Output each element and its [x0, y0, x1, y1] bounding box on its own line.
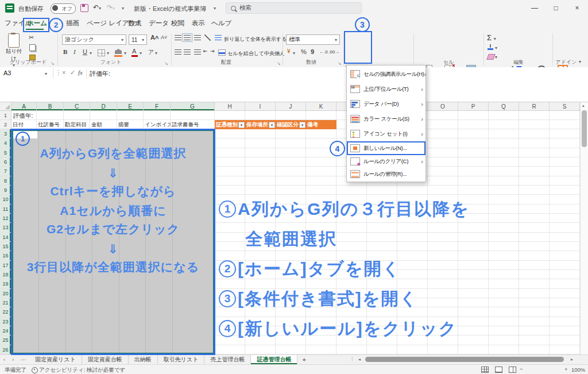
sheet-tab-固定資産リスト[interactable]: 固定資産リスト	[29, 355, 82, 364]
borders-caret-icon[interactable]: ▾	[107, 51, 109, 56]
row-header-9[interactable]: 9	[0, 186, 11, 195]
currency-icon[interactable]: ¥	[287, 48, 291, 55]
phonetic-caret-icon[interactable]: ▾	[155, 51, 157, 56]
sheet-next-icon[interactable]: ›	[9, 355, 17, 364]
cut-icon[interactable]: ✂	[29, 34, 34, 41]
column-header-S[interactable]: S	[550, 102, 580, 111]
menu-item-1[interactable]: セルの強調表示ルール(H)›	[347, 67, 425, 82]
column-title-F[interactable]: インボイス	[145, 120, 171, 129]
increase-font-icon[interactable]: A˄	[150, 34, 158, 41]
font-size-select[interactable]: 11▾	[129, 34, 147, 45]
row-header-3[interactable]: 3	[0, 129, 11, 138]
font-color-icon[interactable]: A	[132, 48, 136, 55]
row-header-16[interactable]: 16	[0, 251, 11, 260]
decrease-indent-icon[interactable]: ⇤	[203, 48, 208, 54]
percent-style-icon[interactable]: %	[301, 48, 307, 55]
row-header-26[interactable]: 26	[0, 345, 11, 354]
underline-caret-icon[interactable]: ▾	[90, 51, 92, 56]
ribbon-collapse-icon[interactable]: ▾	[579, 59, 581, 64]
column-title-E[interactable]: 摘要	[118, 120, 144, 129]
column-header-J[interactable]: J	[276, 102, 306, 111]
merge-center-icon[interactable]	[218, 49, 226, 56]
filter-header-K[interactable]: 備考	[306, 120, 336, 129]
zoom-out-button[interactable]: −	[520, 366, 523, 372]
search-input[interactable]: 検索	[226, 2, 362, 14]
autosum-icon[interactable]: Σ ▾	[487, 33, 496, 42]
name-box-caret-icon[interactable]: ▾	[45, 71, 47, 76]
filter-header-J[interactable]: 確認区分▾	[276, 120, 306, 129]
row-header-2[interactable]: 2	[0, 120, 11, 129]
comma-style-icon[interactable]: 9	[311, 48, 314, 55]
add-sheet-button[interactable]: +	[297, 355, 310, 364]
sheet-tab-出納帳[interactable]: 出納帳	[129, 355, 158, 364]
column-header-H[interactable]: H	[215, 102, 245, 111]
sheet-prev-icon[interactable]: ‹	[0, 355, 9, 364]
insert-function-icon[interactable]: fx	[78, 69, 83, 76]
filter-dropdown-icon[interactable]: ▾	[238, 122, 245, 128]
tab-draw[interactable]: 描画	[66, 19, 79, 28]
row-header-1[interactable]: 1	[0, 111, 11, 120]
align-right-icon[interactable]	[194, 49, 201, 55]
row-header-24[interactable]: 24	[0, 326, 11, 336]
merge-caret-icon[interactable]: ▾	[277, 51, 279, 56]
column-header-D[interactable]: D	[90, 102, 117, 111]
menu-item-8[interactable]: ルールの管理(R)...	[347, 168, 425, 180]
sheet-tab-売上管理台帳[interactable]: 売上管理台帳	[204, 355, 251, 364]
italic-button[interactable]: I	[74, 48, 76, 55]
sheet-tab-証憑管理台帳[interactable]: 証憑管理台帳	[251, 355, 297, 364]
column-header-Q[interactable]: Q	[489, 102, 519, 111]
number-format-select[interactable]: 標準▾	[286, 34, 340, 45]
enter-icon[interactable]: ✓	[70, 69, 75, 76]
tab-review[interactable]: 校閲	[171, 19, 184, 28]
hscroll-right-icon[interactable]: ▸	[571, 357, 573, 362]
menu-item-6[interactable]: 新しいルール(N)...	[347, 141, 425, 155]
scroll-up-icon[interactable]: ▴	[582, 103, 585, 108]
column-title-A[interactable]: 日付	[13, 120, 37, 129]
align-dialog-launcher-icon[interactable]: ↘	[277, 61, 281, 66]
cancel-icon[interactable]: ×	[62, 69, 65, 76]
undo-icon[interactable]: ↶▾	[93, 3, 101, 11]
clipboard-dialog-launcher-icon[interactable]: ↘	[51, 61, 55, 66]
tab-view[interactable]: 表示	[192, 19, 205, 28]
column-title-C[interactable]: 勘定科目	[65, 120, 90, 129]
tab-splitter-icon[interactable]: ⁞	[351, 356, 353, 362]
sheet-tab-固定資産台帳[interactable]: 固定資産台帳	[82, 355, 129, 364]
menu-item-4[interactable]: カラー スケール(S)›	[347, 111, 425, 126]
vertical-scroll-thumb[interactable]	[582, 110, 587, 147]
horizontal-scroll-thumb[interactable]	[365, 357, 564, 362]
select-all-corner[interactable]	[0, 102, 11, 111]
column-header-C[interactable]: C	[64, 102, 90, 111]
wrap-text-label[interactable]: 折り返して全体を表示する	[224, 36, 287, 43]
column-header-K[interactable]: K	[306, 102, 336, 111]
save-icon[interactable]	[80, 4, 88, 12]
fill-color-caret-icon[interactable]: ▾	[124, 51, 126, 56]
column-title-G[interactable]: 請求書番号	[172, 120, 215, 129]
row-header-19[interactable]: 19	[0, 279, 11, 288]
decrease-decimal-icon[interactable]: .00→	[328, 49, 339, 55]
row-header-14[interactable]: 14	[0, 233, 11, 242]
column-header-O[interactable]: O	[428, 102, 458, 111]
row-header-8[interactable]: 8	[0, 176, 11, 186]
row-header-4[interactable]: 4	[0, 138, 11, 148]
row-header-22[interactable]: 22	[0, 307, 11, 317]
row-header-21[interactable]: 21	[0, 298, 11, 307]
wrap-text-icon[interactable]	[215, 35, 222, 40]
bold-button[interactable]: B	[63, 48, 67, 55]
menu-item-7[interactable]: ルールのクリア(C)›	[347, 155, 425, 168]
tab-home[interactable]: ホーム	[27, 19, 47, 28]
menu-item-5[interactable]: アイコン セット(I)›	[347, 126, 425, 141]
row-header-5[interactable]: 5	[0, 148, 11, 157]
row-header-25[interactable]: 25	[0, 336, 11, 345]
font-dialog-launcher-icon[interactable]: ↘	[164, 61, 168, 66]
align-top-icon[interactable]	[175, 35, 181, 40]
increase-indent-icon[interactable]: ⇥	[210, 48, 215, 54]
filter-dropdown-icon[interactable]: ▾	[299, 122, 305, 128]
row-header-10[interactable]: 10	[0, 195, 11, 204]
sheet-tab-取引先リスト[interactable]: 取引先リスト	[158, 355, 205, 364]
tab-data[interactable]: データ	[149, 19, 169, 28]
row-header-18[interactable]: 18	[0, 270, 11, 279]
font-color-caret-icon[interactable]: ▾	[140, 51, 142, 56]
qat-customize-icon[interactable]: ▾	[122, 3, 124, 11]
column-header-G[interactable]: G	[171, 102, 215, 111]
fill-icon[interactable]	[488, 44, 493, 50]
